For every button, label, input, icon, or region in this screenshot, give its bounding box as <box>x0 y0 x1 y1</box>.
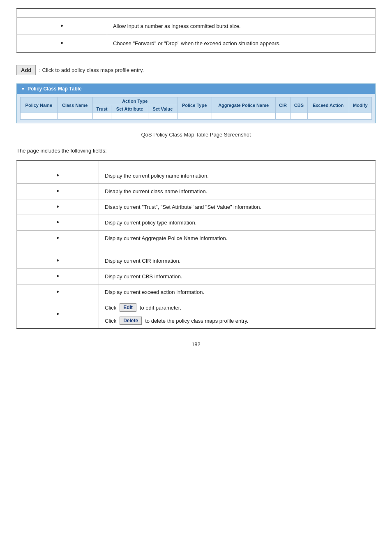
table-row: • Display current exceed action informat… <box>17 284 376 300</box>
field-desc: Display current Aggregate Police Name in… <box>99 231 376 246</box>
page-number: 182 <box>16 341 376 347</box>
pcm-table-container: ▼ Policy Class Map Table Policy Name Cla… <box>16 83 376 123</box>
pcm-grid: Policy Name Class Name Action Type Polic… <box>20 97 372 120</box>
table-row: • Display current CBS information. <box>17 269 376 284</box>
table-row: • Disaply the current class name informa… <box>17 184 376 199</box>
cbs-header: CBS <box>291 97 307 113</box>
action-type-header: Action Type <box>92 97 177 105</box>
bullet-cell: • <box>17 215 99 231</box>
table-row: • Display current CIR information. <box>17 253 376 269</box>
description-cell: Choose "Forward" or "Drop" when the exce… <box>107 35 376 53</box>
pcm-table-header: ▼ Policy Class Map Table <box>17 84 375 94</box>
class-name-header: Class Name <box>57 97 92 113</box>
spacer-row <box>17 161 376 168</box>
add-section: Add : Click to add policy class maps pro… <box>16 65 376 75</box>
aggregate-police-name-header: Aggregate Police Name <box>212 97 275 113</box>
fields-table: • Display the current policy name inform… <box>16 160 376 329</box>
delete-button[interactable]: Delete <box>120 317 142 325</box>
police-type-header: Police Type <box>177 97 212 113</box>
bullet-cell: • <box>17 18 107 35</box>
table-caption: QoS Policy Class Map Table Page Screensh… <box>16 132 376 138</box>
table-row: • Display the current policy name inform… <box>17 168 376 184</box>
table-row: • Disaply current "Trust", "Set Attribut… <box>17 199 376 215</box>
field-desc: Display current CBS information. <box>99 269 376 284</box>
table-row: • Display current Aggregate Police Name … <box>17 231 376 246</box>
modify-actions: Click Edit to edit parameter. Click Dele… <box>105 303 369 325</box>
header-row-1: Policy Name Class Name Action Type Polic… <box>21 97 372 105</box>
edit-row: Click Edit to edit parameter. <box>105 303 369 312</box>
add-button[interactable]: Add <box>16 65 36 75</box>
set-value-header: Set Value <box>148 105 178 113</box>
bullet-cell: • <box>17 253 99 269</box>
bullet-cell: • <box>17 199 99 215</box>
field-desc: Disaply current "Trust", "Set Attribute"… <box>99 199 376 215</box>
bullet-cell: • <box>17 168 99 184</box>
policy-name-header: Policy Name <box>21 97 58 113</box>
collapse-arrow[interactable]: ▼ <box>21 87 25 91</box>
page-description: The page includes the following fields: <box>16 148 376 154</box>
modify-cell: Click Edit to edit parameter. Click Dele… <box>99 300 376 329</box>
field-desc: Display current exceed action informatio… <box>99 284 376 300</box>
cir-header: CIR <box>275 97 291 113</box>
edit-prefix: Click <box>105 305 116 311</box>
field-desc: Display current policy type information. <box>99 215 376 231</box>
add-description: : Click to add policy class maps profile… <box>39 67 144 73</box>
field-desc: Display the current policy name informat… <box>99 168 376 184</box>
field-desc: Display current CIR information. <box>99 253 376 269</box>
field-desc: Disaply the current class name informati… <box>99 184 376 199</box>
bullet-cell: • <box>17 35 107 53</box>
pcm-inner: Policy Name Class Name Action Type Polic… <box>17 94 375 123</box>
table-row: • Choose "Forward" or "Drop" when the ex… <box>17 35 376 53</box>
table-row: • Allow input a number as ingress commit… <box>17 18 376 35</box>
table-row: • Display current policy type informatio… <box>17 215 376 231</box>
modify-row: • Click Edit to edit parameter. Click De… <box>17 300 376 329</box>
modify-header: Modify <box>349 97 371 113</box>
right-cell <box>107 9 376 18</box>
set-attribute-header: Set Attribute <box>111 105 148 113</box>
pcm-table-title: Policy Class Map Table <box>28 86 82 92</box>
bullet-cell: • <box>17 184 99 199</box>
empty-data-row <box>21 113 372 120</box>
delete-prefix: Click <box>105 318 116 324</box>
trust-header: Trust <box>92 105 111 113</box>
top-table: • Allow input a number as ingress commit… <box>16 8 376 53</box>
table-row <box>17 9 376 18</box>
exceed-action-header: Exceed Action <box>307 97 349 113</box>
bullet-cell: • <box>17 231 99 246</box>
edit-suffix: to edit parameter. <box>140 305 181 311</box>
edit-button[interactable]: Edit <box>120 303 136 312</box>
bullet-cell: • <box>17 300 99 329</box>
bullet-cell: • <box>17 284 99 300</box>
delete-suffix: to delete the policy class maps profile … <box>145 318 248 324</box>
spacer-row <box>17 246 376 253</box>
bullet-cell: • <box>17 269 99 284</box>
left-cell <box>17 9 107 18</box>
description-cell: Allow input a number as ingress committe… <box>107 18 376 35</box>
delete-row: Click Delete to delete the policy class … <box>105 317 369 325</box>
